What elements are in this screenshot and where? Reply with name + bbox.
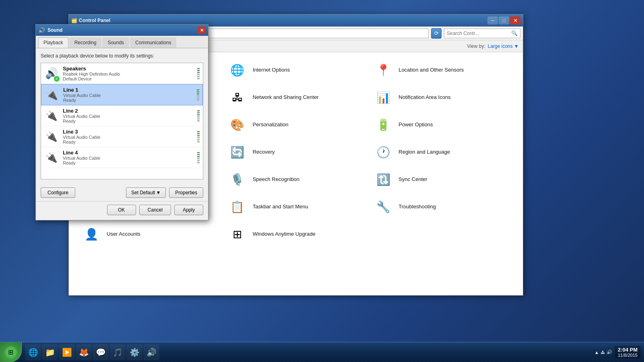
taskbar-app2-icon[interactable]: ⚙️ <box>126 344 142 360</box>
cp-item[interactable]: 🎨 Personalization <box>223 111 369 138</box>
vol-seg <box>197 93 199 95</box>
vol-seg <box>197 139 200 140</box>
device-item[interactable]: 🔊 ✓ Speakers Realtek High Definition Aud… <box>41 63 203 84</box>
tab-sounds[interactable]: Sounds <box>102 37 129 48</box>
cp-item-icon: 🕐 <box>374 142 393 162</box>
cp-item[interactable]: 👤 User Accounts <box>77 220 223 248</box>
cp-item[interactable]: 🔋 Power Options <box>369 111 515 138</box>
tab-communications[interactable]: Communications <box>130 37 176 48</box>
cp-item-label: Power Options <box>398 121 433 128</box>
cp-item[interactable]: 📊 Notification Area Icons <box>369 84 515 111</box>
refresh-button[interactable]: ⟳ <box>431 28 442 39</box>
taskbar-skype-icon[interactable]: 💬 <box>93 344 109 360</box>
vol-seg <box>197 99 199 101</box>
cp-item-icon: 🔄 <box>228 142 247 162</box>
taskbar: ⊞ 🌐 📁 ▶️ 🦊 💬 🎵 ⚙️ 🔊 ▲ 🖧 🔊 2:04 PM 11/8/2… <box>0 342 644 362</box>
cp-item-label: Taskbar and Start Menu <box>253 204 308 210</box>
dialog-close-button[interactable]: ✕ <box>198 27 206 34</box>
vol-seg <box>197 78 200 79</box>
dialog-action-buttons: OK Cancel Apply <box>36 201 208 220</box>
cp-item[interactable]: 📍 Location and Other Sensors <box>369 56 515 84</box>
vol-seg <box>197 137 200 138</box>
taskbar-ie-icon[interactable]: 🌐 <box>25 344 41 360</box>
cp-item[interactable]: ⊞ Windows Anytime Upgrade <box>223 220 369 248</box>
clock-date: 11/8/2015 <box>618 353 638 358</box>
taskbar-media-icon[interactable]: ▶️ <box>59 344 75 360</box>
ok-button[interactable]: OK <box>107 205 136 215</box>
tab-recording[interactable]: Recording <box>69 37 102 48</box>
device-status: Ready <box>63 98 192 103</box>
start-orb: ⊞ <box>5 346 17 358</box>
minimize-button[interactable]: ─ <box>487 16 498 25</box>
cp-item-icon: 🔧 <box>374 197 393 216</box>
cp-item-label: Sync Center <box>398 176 427 183</box>
taskbar-folder-icon[interactable]: 📁 <box>42 344 58 360</box>
device-status: Ready <box>63 160 192 165</box>
vol-seg <box>197 72 200 73</box>
cp-item[interactable]: 📋 Taskbar and Start Menu <box>223 193 369 220</box>
search-box[interactable]: 🔍 <box>444 29 520 38</box>
view-option[interactable]: Large icons ▼ <box>488 43 519 49</box>
taskbar-sound-icon[interactable]: 🔊 <box>143 344 159 360</box>
cancel-button[interactable]: Cancel <box>139 205 171 215</box>
tray-arrow[interactable]: ▲ <box>594 350 599 355</box>
cp-item-icon: 🔃 <box>374 170 393 189</box>
cp-item-label: Windows Anytime Upgrade <box>253 231 316 238</box>
taskbar-firefox-icon[interactable]: 🦊 <box>76 344 92 360</box>
cp-item-icon: ⊞ <box>228 224 247 244</box>
cp-item[interactable]: 🔃 Sync Center <box>369 166 515 193</box>
vol-seg <box>197 110 200 111</box>
cp-item[interactable]: 🔧 Troubleshooting <box>369 193 515 220</box>
cp-item-label: Recovery <box>253 149 275 156</box>
taskbar-clock[interactable]: 2:04 PM 11/8/2015 <box>615 346 641 358</box>
device-name: Line 3 <box>63 129 192 135</box>
vol-seg <box>197 95 199 97</box>
device-info: Line 3 Virtual Audio Cable Ready <box>63 129 192 144</box>
cp-item-icon: 📊 <box>374 88 393 107</box>
vol-seg <box>197 114 200 115</box>
search-input[interactable] <box>447 31 510 36</box>
taskbar-right: ▲ 🖧 🔊 2:04 PM 11/8/2015 <box>591 342 644 362</box>
cp-item-label: Notification Area Icons <box>398 94 450 101</box>
cp-item-icon: 🎨 <box>228 115 247 134</box>
dialog-title-text: Sound <box>47 27 198 33</box>
cp-item[interactable]: 🌐 Internet Options <box>223 56 369 84</box>
device-status: Default Device <box>63 76 192 81</box>
device-item[interactable]: 🔌 Line 4 Virtual Audio Cable Ready <box>41 147 203 168</box>
cable-icon: 🔌 <box>44 130 59 144</box>
vol-seg <box>197 156 200 157</box>
window-controls: ─ □ ✕ <box>487 16 520 25</box>
taskbar-app1-icon[interactable]: 🎵 <box>109 344 126 360</box>
apply-button[interactable]: Apply <box>174 205 203 215</box>
cp-item[interactable]: 🖧 Network and Sharing Center <box>223 84 369 111</box>
start-button[interactable]: ⊞ <box>0 342 22 362</box>
cable-icon: 🔌 <box>45 88 59 102</box>
maximize-button[interactable]: □ <box>499 16 509 25</box>
desktop: 🗂️ Control Panel ─ □ ✕ ◀ ▶ ↑ Control Pan… <box>0 0 644 362</box>
tray-volume[interactable]: 🔊 <box>607 350 612 355</box>
cp-item[interactable]: 🕐 Region and Language <box>369 138 515 166</box>
vol-seg <box>197 70 200 71</box>
speaker-icon: 🔊 ✓ <box>44 66 59 81</box>
vol-seg <box>197 158 200 159</box>
device-detail: Virtual Audio Cable <box>63 114 192 119</box>
device-item[interactable]: 🔌 Line 2 Virtual Audio Cable Ready <box>41 105 203 126</box>
configure-button[interactable]: Configure <box>41 187 75 198</box>
vol-seg <box>197 74 200 75</box>
cp-item-label: Location and Other Sensors <box>398 67 464 74</box>
tab-playback[interactable]: Playback <box>38 37 68 48</box>
vol-seg <box>197 120 200 121</box>
device-item[interactable]: 🔌 Line 3 Virtual Audio Cable Ready <box>41 126 203 147</box>
properties-button[interactable]: Properties <box>169 187 203 198</box>
dialog-bottom-buttons: Configure Set Default ▼ Properties <box>36 184 208 201</box>
device-list[interactable]: 🔊 ✓ Speakers Realtek High Definition Aud… <box>41 63 203 179</box>
cp-item[interactable]: 🔄 Recovery <box>223 138 369 166</box>
device-item[interactable]: 🔌 Line 1 Virtual Audio Cable Ready <box>41 84 203 105</box>
device-status: Ready <box>63 140 192 144</box>
close-button[interactable]: ✕ <box>510 16 520 25</box>
cp-item[interactable]: 🎙️ Speech Recognition <box>223 166 369 193</box>
sound-dialog: 🔊 Sound ✕ PlaybackRecordingSoundsCommuni… <box>35 24 208 220</box>
tray-network[interactable]: 🖧 <box>601 350 605 355</box>
set-default-button[interactable]: Set Default ▼ <box>126 187 166 198</box>
dialog-tabs: PlaybackRecordingSoundsCommunications <box>36 36 208 48</box>
